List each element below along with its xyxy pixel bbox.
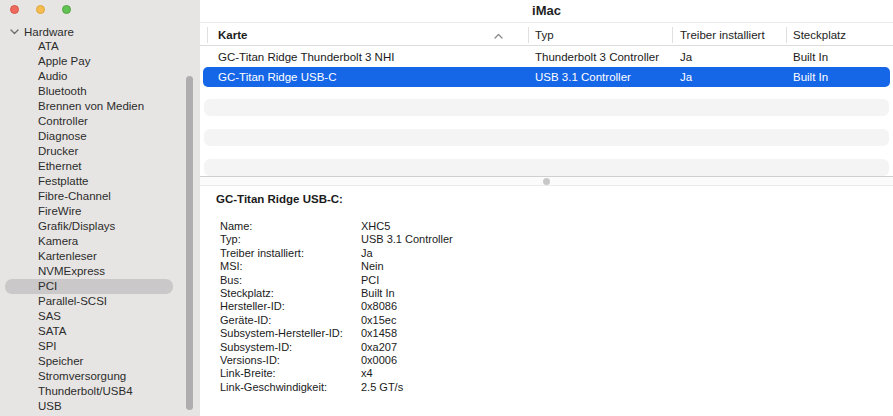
detail-row: MSI:Nein (220, 260, 893, 273)
sidebar-item-label: ATA (38, 40, 59, 52)
column-separator (207, 27, 208, 43)
table-header: Karte Typ Treiber installiert Steckplatz (200, 24, 893, 46)
details-list: Name:XHC5 Typ:USB 3.1 Controller Treiber… (220, 220, 893, 394)
sidebar-item[interactable]: ATA (5, 39, 173, 54)
sidebar-item[interactable]: Diagnose (5, 129, 173, 144)
detail-label: Link-Geschwindigkeit: (220, 381, 361, 394)
sidebar-group-hardware[interactable]: Hardware (10, 24, 74, 39)
detail-value: x4 (361, 367, 373, 379)
sidebar-item[interactable]: Apple Pay (5, 54, 173, 69)
sidebar-item[interactable]: Stromversorgung (5, 369, 173, 384)
sidebar: Hardware ATA Apple Pay Audio Bluetooth B… (0, 0, 200, 416)
detail-label: Subsystem-ID: (220, 341, 361, 354)
empty-row-stripe (204, 99, 889, 116)
sidebar-item-label: Apple Pay (38, 55, 90, 67)
sidebar-item[interactable]: Parallel-SCSI (5, 294, 173, 309)
cell-karte: GC-Titan Ridge Thunderbolt 3 NHI (218, 47, 394, 67)
sidebar-item[interactable]: PCI (5, 279, 173, 294)
sidebar-item[interactable]: Drucker (5, 144, 173, 159)
table-row[interactable]: GC-Titan Ridge Thunderbolt 3 NHI Thunder… (203, 47, 890, 67)
sidebar-item-label: NVMExpress (38, 265, 105, 277)
sidebar-item-label: USB (38, 400, 62, 412)
sidebar-item-label: PCI (38, 280, 57, 292)
detail-value: 0xa207 (361, 341, 397, 353)
column-separator (672, 27, 673, 43)
detail-row: Versions-ID:0x0006 (220, 354, 893, 367)
column-header-label: Steckplatz (793, 29, 846, 41)
sidebar-item[interactable]: Audio (5, 69, 173, 84)
sidebar-item[interactable]: SPI (5, 339, 173, 354)
cell-treiber-installiert: Ja (680, 47, 692, 67)
detail-label: Link-Breite: (220, 367, 361, 380)
sidebar-item[interactable]: Brennen von Medien (5, 99, 173, 114)
sort-ascending-icon[interactable] (494, 29, 503, 41)
content-pane: iMac Karte Typ Treiber installiert Steck… (200, 0, 893, 416)
empty-row-stripe (204, 159, 889, 176)
sidebar-item[interactable]: SATA (5, 324, 173, 339)
details-heading: GC-Titan Ridge USB-C: (216, 193, 893, 205)
sidebar-item[interactable]: Speicher (5, 354, 173, 369)
detail-value: Built In (361, 287, 395, 299)
detail-label: Versions-ID: (220, 354, 361, 367)
sidebar-item[interactable]: Kartenleser (5, 249, 173, 264)
detail-row: Link-Breite:x4 (220, 367, 893, 380)
sidebar-item-label: Grafik/Displays (38, 220, 115, 232)
sidebar-item[interactable]: SAS (5, 309, 173, 324)
sidebar-scrollbar-thumb[interactable] (186, 76, 193, 410)
detail-row: Hersteller-ID:0x8086 (220, 300, 893, 313)
titlebar: iMac (200, 0, 893, 23)
cell-treiber-installiert: Ja (680, 67, 692, 87)
sidebar-item-label: Festplatte (38, 175, 89, 187)
column-header-karte[interactable]: Karte (218, 24, 247, 46)
splitter-handle[interactable] (200, 176, 893, 186)
sidebar-item[interactable]: Ethernet (5, 159, 173, 174)
column-header-treiber-installiert[interactable]: Treiber installiert (680, 24, 765, 46)
detail-row: Link-Geschwindigkeit:2.5 GT/s (220, 381, 893, 394)
detail-value: USB 3.1 Controller (361, 233, 453, 245)
detail-value: 0x8086 (361, 300, 397, 312)
cell-karte: GC-Titan Ridge USB-C (218, 67, 336, 87)
zoom-button[interactable] (62, 5, 71, 14)
detail-row: Subsystem-Hersteller-ID:0x1458 (220, 327, 893, 340)
detail-label: Bus: (220, 274, 361, 287)
detail-label: Name: (220, 220, 361, 233)
sidebar-item[interactable]: Kamera (5, 234, 173, 249)
sidebar-item-label: Speicher (38, 355, 83, 367)
sidebar-item[interactable]: USB (5, 399, 173, 414)
sidebar-item[interactable]: Bluetooth (5, 84, 173, 99)
detail-label: MSI: (220, 260, 361, 273)
detail-row: Bus:PCI (220, 274, 893, 287)
column-separator (528, 27, 529, 43)
detail-value: Ja (361, 247, 373, 259)
detail-label: Hersteller-ID: (220, 300, 361, 313)
sidebar-item-label: SATA (38, 325, 66, 337)
close-button[interactable] (10, 5, 19, 14)
column-header-steckplatz[interactable]: Steckplatz (793, 24, 846, 46)
sidebar-item[interactable]: NVMExpress (5, 264, 173, 279)
detail-label: Geräte-ID: (220, 314, 361, 327)
sidebar-item[interactable]: Grafik/Displays (5, 219, 173, 234)
detail-row: Treiber installiert:Ja (220, 247, 893, 260)
details-panel: GC-Titan Ridge USB-C: Name:XHC5 Typ:USB … (200, 187, 893, 416)
sidebar-item-label: Thunderbolt/USB4 (38, 385, 133, 397)
column-header-label: Karte (218, 29, 247, 41)
minimize-button[interactable] (36, 5, 45, 14)
sidebar-item[interactable]: FireWire (5, 204, 173, 219)
sidebar-item[interactable]: Festplatte (5, 174, 173, 189)
column-header-label: Typ (535, 29, 554, 41)
sidebar-item[interactable]: Fibre-Channel (5, 189, 173, 204)
sidebar-item-label: FireWire (38, 205, 81, 217)
column-header-typ[interactable]: Typ (535, 24, 554, 46)
sidebar-tree: ATA Apple Pay Audio Bluetooth Brennen vo… (0, 39, 200, 414)
sidebar-item-label: Stromversorgung (38, 370, 126, 382)
sidebar-item-label: Diagnose (38, 130, 87, 142)
detail-label: Treiber installiert: (220, 247, 361, 260)
table-row[interactable]: GC-Titan Ridge USB-C USB 3.1 Controller … (203, 67, 890, 87)
cell-steckplatz: Built In (793, 67, 828, 87)
sidebar-item[interactable]: Thunderbolt/USB4 (5, 384, 173, 399)
detail-label: Subsystem-Hersteller-ID: (220, 327, 361, 340)
detail-value: XHC5 (361, 220, 390, 232)
detail-value: Nein (361, 260, 384, 272)
sidebar-item[interactable]: Controller (5, 114, 173, 129)
detail-value: 2.5 GT/s (361, 381, 403, 393)
